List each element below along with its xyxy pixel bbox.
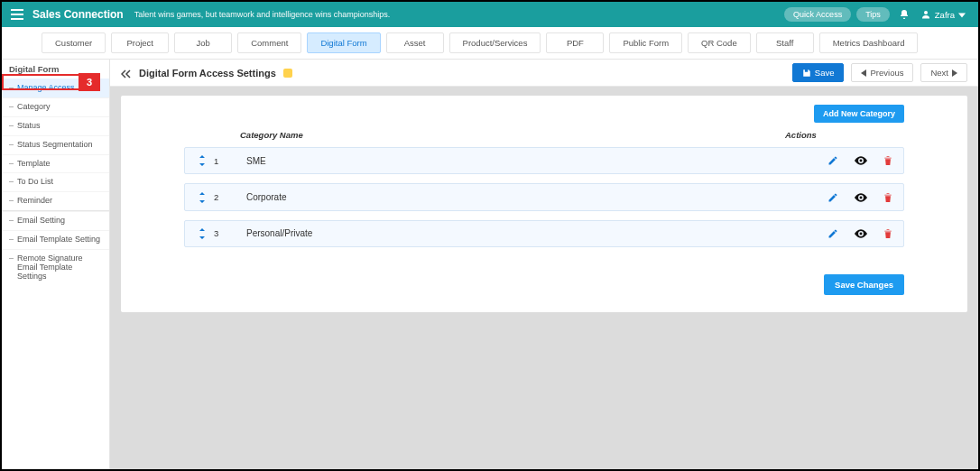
sidebar-item-email-template-setting[interactable]: –Email Template Setting bbox=[2, 230, 109, 249]
user-menu[interactable]: Zafra bbox=[920, 9, 969, 20]
tab-metrics-dashboard[interactable]: Metrics Dashboard bbox=[819, 32, 919, 53]
drag-handle-icon[interactable] bbox=[196, 155, 208, 166]
tab-pdf[interactable]: PDF bbox=[546, 32, 604, 53]
user-name-label: Zafra bbox=[935, 10, 955, 20]
dash-icon: – bbox=[9, 84, 14, 93]
tab-qr-code[interactable]: QR Code bbox=[688, 32, 751, 53]
sidebar-item-template[interactable]: –Template bbox=[2, 154, 109, 173]
svg-point-0 bbox=[924, 11, 928, 14]
drag-handle-icon[interactable] bbox=[196, 228, 208, 239]
delete-icon[interactable] bbox=[883, 155, 892, 166]
chevron-down-icon bbox=[958, 10, 969, 20]
title-bar: Digital Form Access Settings Save Previo… bbox=[110, 60, 978, 87]
page-title: Digital Form Access Settings bbox=[139, 68, 276, 78]
visibility-icon[interactable] bbox=[855, 228, 867, 239]
edit-icon[interactable] bbox=[827, 155, 838, 166]
annotation-badge: 3 bbox=[79, 73, 100, 91]
svg-point-2 bbox=[860, 196, 863, 199]
sidebar: Digital Form 3 –Manage Access–Category–S… bbox=[2, 60, 110, 469]
quick-access-button[interactable]: Quick Access bbox=[784, 7, 851, 22]
sidebar-item-label: To Do List bbox=[17, 178, 53, 187]
sidebar-item-to-do-list[interactable]: –To Do List bbox=[2, 172, 109, 191]
previous-label: Previous bbox=[870, 68, 903, 78]
sidebar-item-email-setting[interactable]: –Email Setting bbox=[2, 211, 109, 230]
svg-point-1 bbox=[860, 160, 863, 162]
category-row: 3Personal/Private bbox=[184, 220, 904, 247]
svg-point-3 bbox=[860, 233, 863, 236]
tab-asset[interactable]: Asset bbox=[386, 32, 444, 53]
row-index: 2 bbox=[214, 192, 227, 202]
dash-icon: – bbox=[9, 160, 14, 169]
tab-product-services[interactable]: Product/Services bbox=[449, 32, 541, 53]
menu-icon[interactable] bbox=[11, 9, 23, 20]
dash-icon: – bbox=[9, 236, 14, 245]
dash-icon: – bbox=[9, 254, 14, 282]
row-name: Corporate bbox=[246, 192, 802, 202]
save-button[interactable]: Save bbox=[792, 63, 845, 82]
next-button[interactable]: Next bbox=[920, 63, 967, 82]
tab-project[interactable]: Project bbox=[111, 32, 169, 53]
drag-handle-icon[interactable] bbox=[196, 192, 208, 203]
sidebar-item-label: Email Template Setting bbox=[17, 236, 100, 245]
save-changes-button[interactable]: Save Changes bbox=[824, 274, 904, 295]
add-new-category-button[interactable]: Add New Category bbox=[814, 105, 904, 123]
tab-customer[interactable]: Customer bbox=[42, 32, 106, 53]
brand-title: Sales Connection bbox=[32, 8, 124, 21]
column-header-actions: Actions bbox=[785, 130, 893, 140]
edit-icon[interactable] bbox=[827, 191, 838, 202]
delete-icon[interactable] bbox=[883, 191, 892, 202]
visibility-icon[interactable] bbox=[855, 191, 867, 202]
sidebar-item-label: Category bbox=[17, 103, 51, 112]
save-button-label: Save bbox=[815, 68, 835, 78]
category-row: 1SME bbox=[184, 147, 904, 174]
tagline-text: Talent wins games, but teamwork and inte… bbox=[134, 10, 391, 19]
tab-comment[interactable]: Comment bbox=[237, 32, 301, 53]
dash-icon: – bbox=[9, 178, 14, 187]
previous-button[interactable]: Previous bbox=[851, 63, 913, 82]
sidebar-item-remote-signature-email-template-settings[interactable]: –Remote Signature Email Template Setting… bbox=[2, 249, 109, 286]
sidebar-item-label: Manage Access bbox=[17, 84, 75, 93]
sidebar-item-label: Status bbox=[17, 122, 41, 131]
row-index: 1 bbox=[214, 156, 227, 166]
delete-icon[interactable] bbox=[883, 228, 892, 239]
tab-public-form[interactable]: Public Form bbox=[609, 32, 682, 53]
sidebar-item-reminder[interactable]: –Reminder bbox=[2, 191, 109, 210]
tips-button[interactable]: Tips bbox=[856, 7, 890, 22]
notifications-icon[interactable] bbox=[899, 9, 910, 20]
tab-job[interactable]: Job bbox=[174, 32, 232, 53]
edit-icon[interactable] bbox=[827, 228, 838, 239]
sidebar-item-label: Status Segmentation bbox=[17, 141, 93, 150]
sidebar-item-label: Email Setting bbox=[17, 217, 65, 226]
row-index: 3 bbox=[214, 228, 227, 238]
content-panel: Add New Category Category Name Actions 1… bbox=[121, 96, 967, 312]
sidebar-item-label: Template bbox=[17, 160, 51, 169]
dash-icon: – bbox=[9, 217, 14, 226]
info-badge-icon[interactable] bbox=[283, 69, 292, 78]
column-header-name: Category Name bbox=[240, 130, 785, 140]
tab-staff[interactable]: Staff bbox=[756, 32, 814, 53]
row-name: Personal/Private bbox=[246, 228, 802, 238]
topbar: Sales Connection Talent wins games, but … bbox=[2, 2, 978, 27]
dash-icon: – bbox=[9, 141, 14, 150]
visibility-icon[interactable] bbox=[855, 155, 867, 166]
sidebar-item-status-segmentation[interactable]: –Status Segmentation bbox=[2, 135, 109, 154]
main-tabs: CustomerProjectJobCommentDigital FormAss… bbox=[2, 27, 978, 60]
next-label: Next bbox=[930, 68, 948, 78]
category-row: 2Corporate bbox=[184, 183, 904, 210]
tab-digital-form[interactable]: Digital Form bbox=[307, 32, 380, 53]
collapse-sidebar-icon[interactable] bbox=[121, 67, 132, 78]
sidebar-item-status[interactable]: –Status bbox=[2, 116, 109, 135]
main-area: Digital Form Access Settings Save Previo… bbox=[110, 60, 978, 469]
sidebar-header: Digital Form bbox=[9, 64, 59, 74]
row-name: SME bbox=[246, 156, 802, 166]
dash-icon: – bbox=[9, 197, 14, 206]
dash-icon: – bbox=[9, 103, 14, 112]
sidebar-item-label: Reminder bbox=[17, 197, 52, 206]
dash-icon: – bbox=[9, 122, 14, 131]
sidebar-item-category[interactable]: –Category bbox=[2, 97, 109, 116]
sidebar-item-label: Remote Signature Email Template Settings bbox=[17, 254, 104, 282]
